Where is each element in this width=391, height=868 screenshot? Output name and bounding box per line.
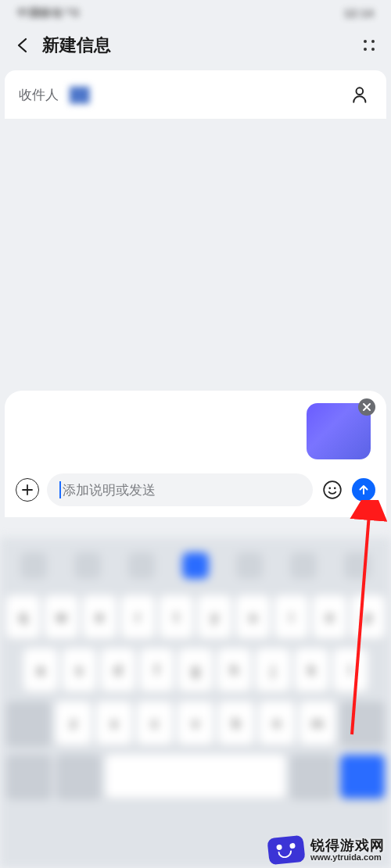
message-input[interactable]: 添加说明或发送 [47, 473, 313, 506]
status-carrier: 中国移动 ⁵G [17, 6, 80, 20]
recipient-label: 收件人 [19, 86, 59, 104]
recipient-row: 收件人 ██ [5, 70, 386, 119]
svg-point-1 [324, 481, 341, 498]
symbols-key[interactable] [6, 755, 52, 798]
keyboard[interactable]: qwertyuiop asdfghjkl zxcvbnm [0, 538, 391, 868]
shift-key[interactable] [6, 702, 51, 745]
space-key[interactable] [106, 755, 285, 798]
send-button[interactable] [352, 478, 375, 502]
compose-panel: 添加说明或发送 [5, 391, 386, 517]
keyboard-row-2[interactable]: asdfghjkl [6, 648, 385, 692]
status-time: 12:14 [344, 7, 374, 20]
text-caret [59, 481, 61, 498]
header: 新建信息 [0, 27, 391, 69]
backspace-key[interactable] [340, 702, 385, 745]
status-bar: 中国移动 ⁵G 12:14 [0, 0, 391, 27]
emoji-icon[interactable] [321, 478, 344, 502]
enter-key[interactable] [340, 755, 386, 798]
svg-point-3 [334, 488, 336, 490]
pick-contact-icon[interactable] [350, 84, 372, 105]
svg-point-0 [357, 88, 364, 95]
keyboard-row-1[interactable]: qwertyuiop [6, 595, 385, 639]
message-placeholder: 添加说明或发送 [63, 481, 156, 499]
watermark-name: 锐得游戏网 [310, 838, 385, 853]
page-title: 新建信息 [42, 34, 360, 57]
period-key[interactable] [290, 755, 335, 798]
watermark: 锐得游戏网 www.ytruida.com [254, 829, 391, 868]
keyboard-row-3[interactable]: zxcvbnm [6, 702, 385, 745]
input-row: 添加说明或发送 [16, 473, 375, 506]
remove-attachment-icon[interactable] [358, 398, 375, 416]
svg-point-2 [328, 488, 331, 490]
keyboard-toolbar[interactable] [6, 547, 385, 584]
watermark-url: www.ytruida.com [310, 853, 385, 863]
watermark-logo-icon [267, 835, 305, 866]
add-attachment-icon[interactable] [16, 478, 39, 502]
comma-key[interactable] [56, 755, 102, 798]
keyboard-row-4[interactable] [6, 755, 385, 798]
more-menu-icon[interactable] [360, 36, 378, 55]
back-icon[interactable] [13, 34, 34, 56]
recipient-value[interactable]: ██ [70, 87, 90, 103]
attachment-thumbnail[interactable] [307, 403, 371, 459]
